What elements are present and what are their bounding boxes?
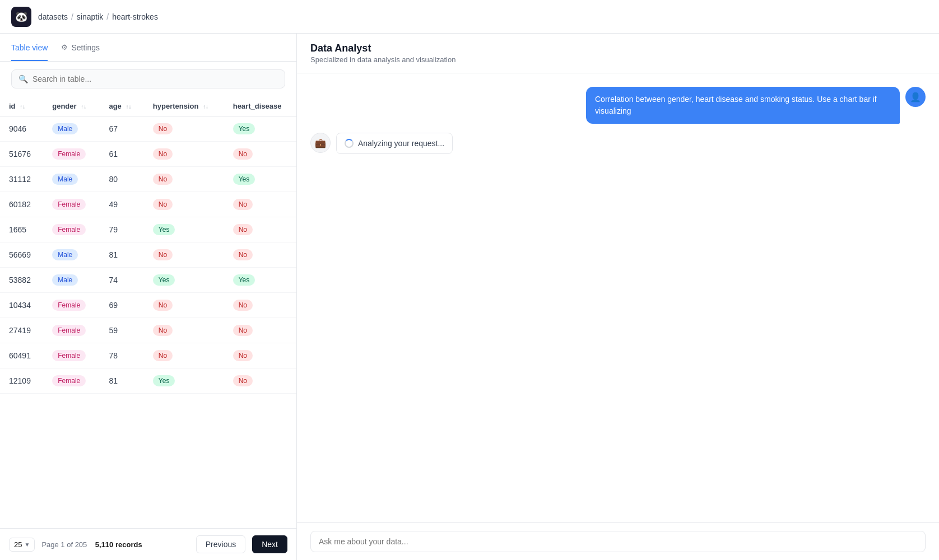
cell-hypertension: Yes (144, 268, 224, 293)
cell-hypertension: No (144, 142, 224, 167)
cell-age: 80 (100, 167, 143, 192)
cell-age: 69 (100, 293, 143, 318)
chat-input[interactable] (319, 537, 917, 546)
chat-input-inner (310, 531, 926, 552)
cell-heart-disease: No (224, 343, 296, 368)
table-row: 53882 Male 74 Yes Yes (0, 268, 296, 293)
cell-hypertension: No (144, 116, 224, 142)
col-heart-disease-label: heart_disease (233, 102, 282, 110)
cell-id: 51676 (0, 142, 43, 167)
cell-age: 81 (100, 242, 143, 268)
cell-gender: Female (43, 192, 100, 217)
breadcrumb: datasets / sinaptik / heart-strokes (38, 12, 158, 21)
agent-icon: 💼 (315, 138, 326, 148)
search-bar-container: 🔍 (0, 62, 296, 96)
cell-age: 61 (100, 142, 143, 167)
table-row: 51676 Female 61 No No (0, 142, 296, 167)
chat-area: Correlation between gender, heart diseas… (297, 73, 939, 522)
search-icon: 🔍 (18, 74, 28, 83)
previous-button[interactable]: Previous (196, 535, 245, 553)
tab-settings-label: Settings (71, 43, 100, 52)
search-input[interactable] (32, 74, 278, 83)
page-info-text: Page 1 of 205 (41, 540, 87, 549)
cell-hypertension: No (144, 343, 224, 368)
cell-heart-disease: No (224, 368, 296, 394)
col-hypertension: hypertension ↑↓ (144, 96, 224, 116)
records-count: 5,110 records (95, 540, 142, 549)
cell-gender: Female (43, 293, 100, 318)
table-row: 9046 Male 67 No Yes (0, 116, 296, 142)
cell-id: 9046 (0, 116, 43, 142)
table-row: 60491 Female 78 No No (0, 343, 296, 368)
breadcrumb-heart-strokes[interactable]: heart-strokes (112, 12, 158, 21)
sort-icon-hypertension[interactable]: ↑↓ (203, 104, 208, 110)
logo-icon: 🐼 (11, 7, 31, 27)
cell-heart-disease: No (224, 242, 296, 268)
breadcrumb-datasets[interactable]: datasets (38, 12, 68, 21)
search-bar: 🔍 (11, 69, 285, 88)
sort-icon-age[interactable]: ↑↓ (125, 104, 131, 110)
breadcrumb-sinaptik[interactable]: sinaptik (77, 12, 103, 21)
cell-age: 81 (100, 368, 143, 394)
page-size-select[interactable]: 25 ▼ (9, 538, 35, 552)
col-gender-label: gender (52, 102, 76, 110)
cell-age: 79 (100, 217, 143, 242)
tab-table-view[interactable]: Table view (11, 34, 48, 61)
cell-hypertension: Yes (144, 217, 224, 242)
cell-heart-disease: Yes (224, 167, 296, 192)
settings-icon: ⚙ (61, 43, 68, 52)
user-message-row: Correlation between gender, heart diseas… (310, 87, 926, 124)
next-button[interactable]: Next (252, 535, 287, 553)
agent-subtitle: Specialized in data analysis and visuali… (310, 55, 926, 64)
table-row: 1665 Female 79 Yes No (0, 217, 296, 242)
cell-heart-disease: No (224, 142, 296, 167)
cell-heart-disease: Yes (224, 116, 296, 142)
cell-id: 1665 (0, 217, 43, 242)
table-row: 27419 Female 59 No No (0, 318, 296, 343)
data-table: id ↑↓ gender ↑↓ age ↑↓ hypertension (0, 96, 296, 394)
cell-gender: Male (43, 116, 100, 142)
table-row: 56669 Male 81 No No (0, 242, 296, 268)
pagination: 25 ▼ Page 1 of 205 5,110 records Previou… (0, 528, 296, 560)
cell-heart-disease: No (224, 293, 296, 318)
sort-icon-gender[interactable]: ↑↓ (81, 104, 86, 110)
cell-hypertension: No (144, 242, 224, 268)
chat-input-bar (297, 522, 939, 560)
sort-icon-id[interactable]: ↑↓ (20, 104, 25, 110)
cell-gender: Female (43, 368, 100, 394)
cell-age: 78 (100, 343, 143, 368)
cell-gender: Male (43, 268, 100, 293)
cell-hypertension: Yes (144, 368, 224, 394)
avatar: 👤 (905, 87, 926, 107)
cell-id: 60491 (0, 343, 43, 368)
col-age-label: age (109, 102, 121, 110)
table-wrapper: id ↑↓ gender ↑↓ age ↑↓ hypertension (0, 96, 296, 528)
table-row: 10434 Female 69 No No (0, 293, 296, 318)
breadcrumb-sep-2: / (106, 12, 109, 21)
agent-title: Data Analyst (310, 43, 926, 54)
table-row: 31112 Male 80 No Yes (0, 167, 296, 192)
cell-id: 56669 (0, 242, 43, 268)
page-info: Page 1 of 205 5,110 records (41, 540, 189, 549)
left-panel: Table view ⚙ Settings 🔍 id ↑↓ (0, 34, 297, 560)
cell-gender: Male (43, 167, 100, 192)
cell-id: 53882 (0, 268, 43, 293)
cell-age: 74 (100, 268, 143, 293)
cell-heart-disease: No (224, 318, 296, 343)
col-id-label: id (9, 102, 16, 110)
top-header: 🐼 datasets / sinaptik / heart-strokes (0, 0, 939, 34)
cell-heart-disease: Yes (224, 268, 296, 293)
right-header: Data Analyst Specialized in data analysi… (297, 34, 939, 73)
cell-hypertension: No (144, 318, 224, 343)
cell-hypertension: No (144, 192, 224, 217)
tab-settings[interactable]: ⚙ Settings (61, 34, 100, 61)
cell-id: 31112 (0, 167, 43, 192)
col-id: id ↑↓ (0, 96, 43, 116)
table-body: 9046 Male 67 No Yes 51676 Female 61 No N… (0, 116, 296, 394)
cell-age: 59 (100, 318, 143, 343)
user-avatar-icon: 👤 (910, 92, 921, 102)
chevron-down-icon: ▼ (24, 542, 30, 548)
col-gender: gender ↑↓ (43, 96, 100, 116)
table-row: 60182 Female 49 No No (0, 192, 296, 217)
user-message-bubble: Correlation between gender, heart diseas… (586, 87, 900, 124)
